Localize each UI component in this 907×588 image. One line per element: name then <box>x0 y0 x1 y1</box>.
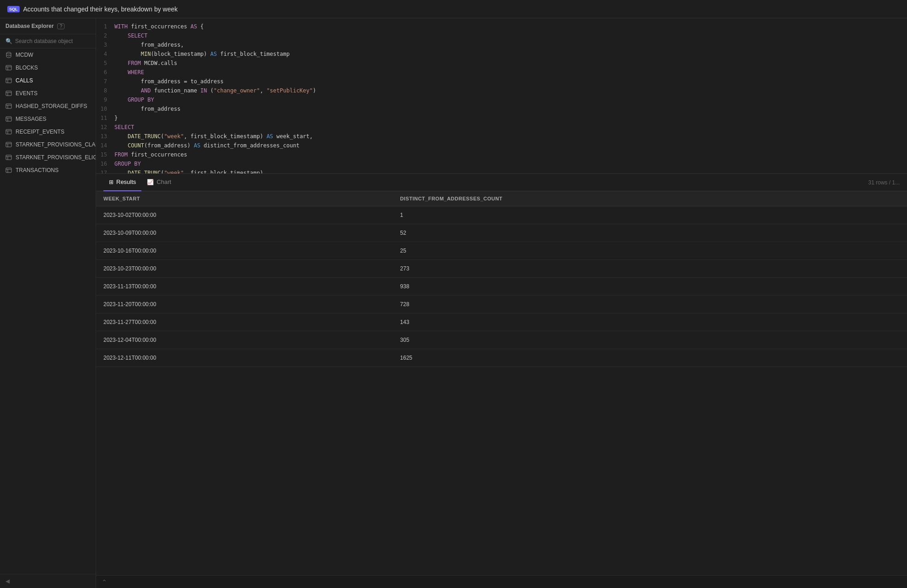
sidebar-item-calls[interactable]: CALLS <box>0 74 96 87</box>
code-line: 2 SELECT <box>96 31 907 40</box>
line-code: DATE_TRUNC("week", first_block_timestamp… <box>114 168 907 174</box>
table-cell: 2023-11-27T00:00:00 <box>96 313 393 331</box>
line-number: 3 <box>96 40 114 49</box>
line-number: 16 <box>96 159 114 168</box>
table-cell: 1625 <box>393 349 907 367</box>
sql-editor[interactable]: 1WITH first_occurrences AS {2 SELECT3 fr… <box>96 18 907 174</box>
code-line: 16GROUP BY <box>96 159 907 168</box>
code-line: 5 FROM MCDW.calls <box>96 59 907 68</box>
column-header: DISTINCT_FROM_ADDRESSES_COUNT <box>393 191 907 206</box>
table-icon <box>5 65 12 71</box>
help-badge[interactable]: ? <box>57 23 65 29</box>
table-row: 2023-10-16T00:00:0025 <box>96 242 907 260</box>
table-row: 2023-11-13T00:00:00938 <box>96 278 907 296</box>
sidebar-item-transactions[interactable]: TRANSACTIONS <box>0 164 96 177</box>
line-code: SELECT <box>114 31 907 40</box>
svg-rect-19 <box>6 142 11 147</box>
chart-icon: 📈 <box>147 179 154 185</box>
line-code: GROUP BY <box>114 95 907 104</box>
table-row: 2023-11-27T00:00:00143 <box>96 313 907 331</box>
column-header: WEEK_START <box>96 191 393 206</box>
sidebar-item-label: BLOCKS <box>16 65 38 71</box>
sidebar-item-mcdw[interactable]: MCDW <box>0 49 96 61</box>
results-tabs: ⊞ Results 📈 Chart 31 rows / 1... <box>96 174 907 191</box>
sidebar-item-label: MCDW <box>16 52 33 58</box>
tab-results[interactable]: ⊞ Results <box>103 174 141 191</box>
table-icon <box>5 141 12 148</box>
table-cell: 2023-12-11T00:00:00 <box>96 349 393 367</box>
table-cell: 52 <box>393 224 907 242</box>
table-cell: 2023-11-20T00:00:00 <box>96 296 393 313</box>
sidebar-item-blocks[interactable]: BLOCKS <box>0 61 96 74</box>
line-code: WHERE <box>114 68 907 77</box>
line-number: 9 <box>96 95 114 104</box>
table-icon <box>5 90 12 97</box>
svg-rect-1 <box>6 65 11 70</box>
table-cell: 1 <box>393 206 907 224</box>
table-cell: 728 <box>393 296 907 313</box>
code-line: 7 from_address = to_address <box>96 77 907 86</box>
line-code: FROM first_occurrences <box>114 150 907 159</box>
table-icon <box>5 154 12 161</box>
code-line: 12SELECT <box>96 123 907 132</box>
line-code: WITH first_occurrences AS { <box>114 22 907 31</box>
tab-chart[interactable]: 📈 Chart <box>141 174 177 191</box>
table-icon <box>5 167 12 173</box>
sidebar-item-label: STARKNET_PROVISIONS_CLAIMS <box>16 141 96 148</box>
code-line: 1WITH first_occurrences AS { <box>96 22 907 31</box>
code-line: 6 WHERE <box>96 68 907 77</box>
sidebar: Database Explorer ? 🔍 MCDWBLOCKSCALLSEVE… <box>0 18 96 588</box>
sidebar-item-label: EVENTS <box>16 90 38 97</box>
table-cell: 2023-10-16T00:00:00 <box>96 242 393 260</box>
code-line: 14 COUNT(from_address) AS distinct_from_… <box>96 141 907 150</box>
sidebar-item-label: MESSAGES <box>16 116 46 122</box>
table-row: 2023-12-11T00:00:001625 <box>96 349 907 367</box>
results-area: WEEK_STARTDISTINCT_FROM_ADDRESSES_COUNT … <box>96 191 907 575</box>
table-row: 2023-10-02T00:00:001 <box>96 206 907 224</box>
line-code: from_address = to_address <box>114 77 907 86</box>
code-line: 10 from_address <box>96 104 907 113</box>
table-cell: 2023-10-02T00:00:00 <box>96 206 393 224</box>
svg-rect-16 <box>6 129 11 134</box>
line-number: 5 <box>96 59 114 68</box>
sidebar-item-events[interactable]: EVENTS <box>0 87 96 100</box>
bottom-collapse-icon[interactable]: ⌃ <box>102 578 107 586</box>
code-line: 3 from_address, <box>96 40 907 49</box>
sidebar-item-starknet_provisions_eligibility[interactable]: STARKNET_PROVISIONS_ELIGIBILITY <box>0 151 96 164</box>
table-cell: 273 <box>393 260 907 278</box>
line-number: 13 <box>96 132 114 141</box>
bottom-bar: ⌃ <box>96 575 907 588</box>
line-code: MIN(block_timestamp) AS first_block_time… <box>114 49 907 59</box>
sidebar-item-starknet_provisions_claims[interactable]: STARKNET_PROVISIONS_CLAIMS <box>0 138 96 151</box>
table-cell: 143 <box>393 313 907 331</box>
sidebar-item-label: STARKNET_PROVISIONS_ELIGIBILITY <box>16 154 96 161</box>
line-code: DATE_TRUNC("week", first_block_timestamp… <box>114 132 907 141</box>
line-code: GROUP BY <box>114 159 907 168</box>
tab-chart-label: Chart <box>157 178 171 185</box>
collapse-icon: ◀ <box>5 578 10 584</box>
sidebar-item-hashed_storage_diffs[interactable]: HASHED_STORAGE_DIFFS <box>0 100 96 113</box>
code-line: 13 DATE_TRUNC("week", first_block_timest… <box>96 132 907 141</box>
main-layout: Database Explorer ? 🔍 MCDWBLOCKSCALLSEVE… <box>0 18 907 588</box>
sidebar-collapse-button[interactable]: ◀ <box>0 574 96 588</box>
svg-rect-25 <box>6 168 11 173</box>
sidebar-item-messages[interactable]: MESSAGES <box>0 113 96 125</box>
code-line: 11} <box>96 113 907 123</box>
line-number: 7 <box>96 77 114 86</box>
search-input[interactable] <box>15 38 90 44</box>
line-number: 15 <box>96 150 114 159</box>
db-explorer-label: Database Explorer <box>5 23 54 29</box>
code-line: 17 DATE_TRUNC("week", first_block_timest… <box>96 168 907 174</box>
code-line: 15FROM first_occurrences <box>96 150 907 159</box>
svg-rect-10 <box>6 104 11 108</box>
code-line: 4 MIN(block_timestamp) AS first_block_ti… <box>96 49 907 59</box>
table-icon <box>5 103 12 109</box>
table-cell: 2023-12-04T00:00:00 <box>96 331 393 349</box>
line-code: AND function_name IN ("change_owner", "s… <box>114 86 907 95</box>
grid-icon: ⊞ <box>109 179 113 185</box>
line-number: 11 <box>96 113 114 123</box>
line-code: } <box>114 113 907 123</box>
table-row: 2023-11-20T00:00:00728 <box>96 296 907 313</box>
sidebar-item-receipt_events[interactable]: RECEIPT_EVENTS <box>0 125 96 138</box>
page-title: Accounts that changed their keys, breakd… <box>23 5 178 13</box>
